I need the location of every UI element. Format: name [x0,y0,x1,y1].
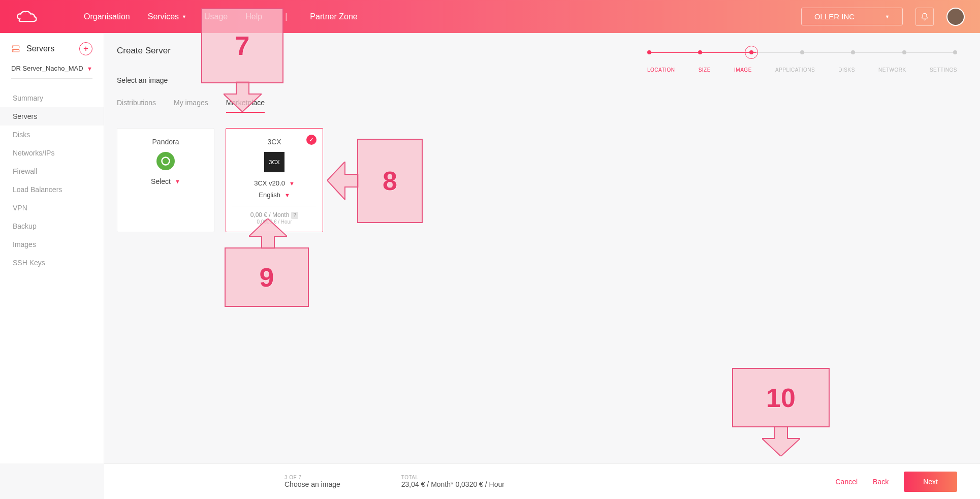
next-button[interactable]: Next [904,472,957,492]
wizard-dot-disks[interactable] [851,50,855,54]
svg-marker-5 [224,81,262,112]
nav-separator: | [285,12,287,21]
callout-9: 9 [225,247,309,307]
chevron-down-icon: ▼ [182,14,186,19]
tab-myimages[interactable]: My images [174,99,208,113]
svg-marker-6 [327,162,359,200]
nav-organisation[interactable]: Organisation [84,12,130,21]
tab-distributions[interactable]: Distributions [117,99,156,113]
card-language-select[interactable]: English ▼ [232,191,317,199]
add-server-button[interactable]: + [79,42,92,55]
wizard-label: IMAGE [734,67,752,73]
card-3cx[interactable]: ✓ 3CX 3CX 3CX v20.0 ▼ English ▼ 0,00 € /… [226,128,323,232]
wizard-dot-network[interactable] [902,50,906,54]
arrow-left-icon [327,162,359,200]
3cx-logo-icon: 3CX [264,152,284,172]
nav-partner-zone[interactable]: Partner Zone [310,12,357,21]
card-title: Pandora [123,138,208,146]
sidebar-item-networks[interactable]: Networks/IPs [0,144,104,162]
wizard-label: LOCATION [647,67,675,73]
sidebar-item-disks[interactable]: Disks [0,126,104,144]
chevron-down-icon: ▼ [284,192,290,198]
sidebar-title: Servers [26,44,54,53]
footer-bar: 3 OF 7 Choose an image TOTAL 23,04 € / M… [104,463,980,499]
sidebar-nav: Summary Servers Disks Networks/IPs Firew… [0,89,104,272]
sidebar-header: Servers + [0,42,104,63]
servers-icon [11,44,20,53]
wizard-dot-applications[interactable] [800,50,804,54]
server-dropdown[interactable]: DR Server_Nacho_MAD ▼ [11,65,92,79]
chevron-down-icon: ▼ [289,180,295,186]
wizard-label: SETTINGS [930,67,957,73]
sidebar-item-loadbalancers[interactable]: Load Balancers [0,180,104,199]
card-version-select[interactable]: 3CX v20.0 ▼ [232,179,317,187]
wizard-label: APPLICATIONS [775,67,815,73]
wizard-label: DISKS [838,67,855,73]
wizard-dot-size[interactable] [698,50,702,54]
avatar[interactable] [946,8,965,26]
cancel-button[interactable]: Cancel [835,478,858,486]
top-right: OLLER INC ▼ [801,8,965,26]
org-selector[interactable]: OLLER INC ▼ [801,8,903,25]
svg-marker-7 [249,219,287,249]
arrow-down-icon [224,81,262,112]
wizard-label: NETWORK [878,67,906,73]
notifications-button[interactable] [915,8,934,26]
wizard-dot-image[interactable] [749,50,753,54]
callout-7: 7 [201,8,283,83]
sidebar-item-vpn[interactable]: VPN [0,199,104,217]
card-select[interactable]: Select ▼ [123,177,208,185]
sidebar-item-sshkeys[interactable]: SSH Keys [0,254,104,272]
chevron-down-icon: ▼ [87,66,92,72]
svg-point-3 [14,50,15,51]
back-button[interactable]: Back [873,478,889,486]
bell-icon [921,13,929,21]
footer-total-label: TOTAL [401,475,504,480]
org-name: OLLER INC [814,12,855,21]
card-pandora[interactable]: Pandora Select ▼ [117,128,214,232]
wizard-dot-location[interactable] [647,50,651,54]
wizard-steps: LOCATION SIZE IMAGE APPLICATIONS DISKS N… [647,46,957,73]
arrow-down-icon [762,426,800,456]
sidebar-item-firewall[interactable]: Firewall [0,162,104,180]
pandora-logo-icon [156,152,175,170]
wizard-label: SIZE [699,67,711,73]
help-icon[interactable]: ? [291,212,298,219]
logo-icon [15,10,38,24]
chevron-down-icon: ▼ [885,14,890,19]
card-title: 3CX [232,138,317,146]
footer-total-value: 23,04 € / Month* 0,0320 € / Hour [401,480,504,488]
sidebar-item-images[interactable]: Images [0,235,104,254]
callout-8: 8 [357,139,423,223]
nav-services[interactable]: Services▼ [148,12,186,21]
svg-point-4 [162,158,170,165]
marketplace-cards: Pandora Select ▼ ✓ 3CX 3CX 3CX v20.0 ▼ [117,128,980,232]
svg-rect-1 [12,50,19,52]
svg-point-2 [14,47,15,48]
sidebar-item-summary[interactable]: Summary [0,89,104,107]
svg-rect-0 [12,46,19,48]
footer-step-title: Choose an image [284,480,340,488]
top-bar: Organisation Services▼ Usage Help | Part… [0,0,980,33]
sidebar-item-backup[interactable]: Backup [0,217,104,235]
arrow-up-icon [249,219,287,249]
sidebar-item-servers[interactable]: Servers [0,107,104,126]
footer-step-label: 3 OF 7 [284,475,340,480]
chevron-down-icon: ▼ [175,178,180,184]
sidebar: Servers + DR Server_Nacho_MAD ▼ Summary … [0,33,104,463]
selected-check-icon: ✓ [306,135,317,145]
callout-10: 10 [732,368,830,427]
wizard-dot-settings[interactable] [953,50,957,54]
svg-marker-8 [762,426,800,456]
